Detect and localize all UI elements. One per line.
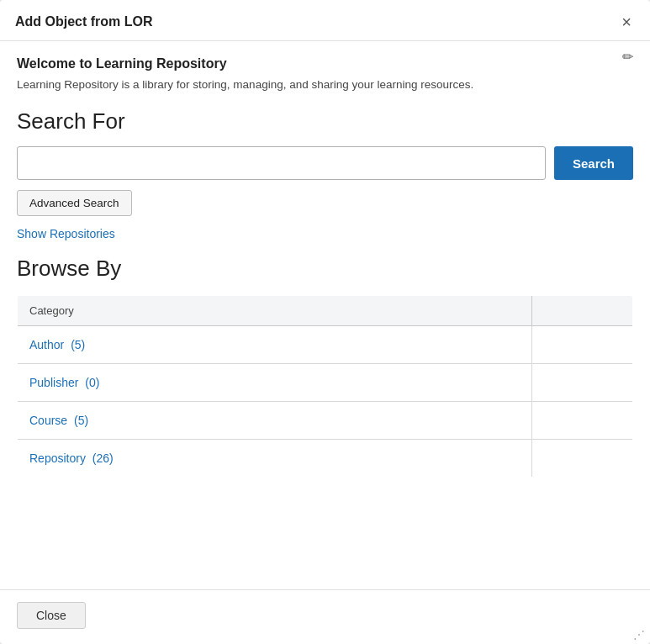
welcome-description: Learning Repository is a library for sto… [17, 77, 633, 93]
browse-category-count: (0) [82, 376, 99, 389]
modal-body: ✏ Welcome to Learning Repository Learnin… [0, 41, 650, 581]
search-section: Search For Search Advanced Search Show R… [17, 108, 633, 256]
browse-table-row: Course (5) [18, 402, 633, 440]
col-category-header: Category [18, 296, 532, 326]
browse-value-cell [532, 326, 633, 364]
search-row: Search [17, 146, 633, 180]
browse-value-cell [532, 364, 633, 402]
edit-icon[interactable]: ✏ [622, 50, 633, 64]
browse-value-cell [532, 440, 633, 478]
browse-section-title: Browse By [17, 256, 633, 282]
browse-category-cell: Publisher (0) [18, 364, 532, 402]
search-input[interactable] [17, 146, 546, 180]
browse-category-link[interactable]: Course [29, 414, 67, 427]
modal-close-icon-button[interactable]: × [618, 12, 635, 32]
browse-category-link[interactable]: Publisher [29, 376, 78, 389]
browse-category-link[interactable]: Repository [29, 451, 86, 465]
browse-category-count: (5) [67, 338, 85, 351]
close-button[interactable]: Close [17, 602, 86, 629]
modal-title: Add Object from LOR [15, 14, 153, 29]
modal-footer: Close [0, 589, 650, 644]
browse-table-row: Repository (26) [18, 440, 633, 478]
browse-category-count: (5) [71, 414, 88, 427]
browse-value-cell [532, 402, 633, 440]
browse-table-header-row: Category [18, 296, 633, 326]
show-repositories-link[interactable]: Show Repositories [17, 227, 115, 240]
welcome-heading: Welcome to Learning Repository [17, 56, 633, 71]
browse-category-cell: Author (5) [18, 326, 532, 364]
browse-category-count: (26) [89, 451, 114, 465]
browse-table-row: Author (5) [18, 326, 633, 364]
browse-category-cell: Course (5) [18, 402, 532, 440]
browse-table: Category Author (5)Publisher (0)Course (… [17, 295, 633, 478]
add-object-modal: Add Object from LOR × ✏ Welcome to Learn… [0, 0, 650, 644]
modal-header: Add Object from LOR × [0, 0, 650, 41]
browse-section: Browse By Category Author (5)Publisher (… [17, 256, 633, 478]
advanced-search-button[interactable]: Advanced Search [17, 190, 132, 216]
col-value-header [532, 296, 633, 326]
edit-icon-wrapper: ✏ [622, 49, 633, 65]
browse-category-cell: Repository (26) [18, 440, 532, 478]
search-button[interactable]: Search [554, 146, 633, 180]
search-section-title: Search For [17, 108, 633, 135]
browse-category-link[interactable]: Author [29, 338, 64, 351]
welcome-section: Welcome to Learning Repository Learning … [17, 56, 633, 93]
resize-handle: ⋰ [633, 629, 645, 641]
browse-table-row: Publisher (0) [18, 364, 633, 402]
